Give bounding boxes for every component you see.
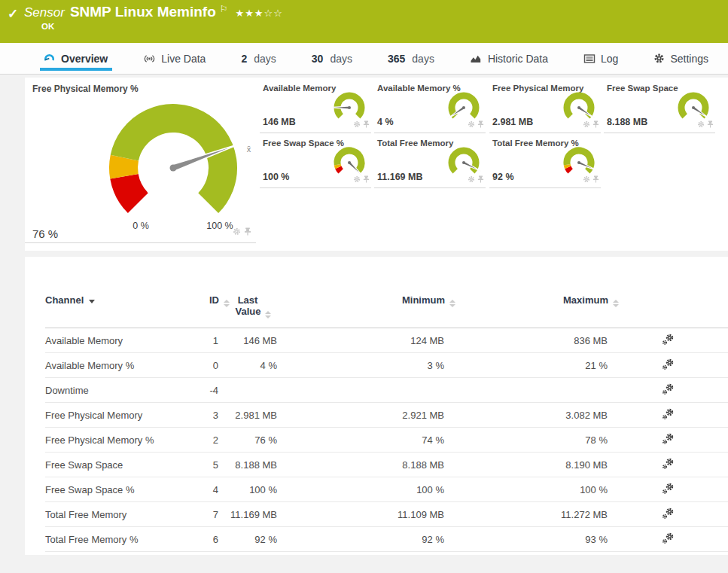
edit-channel-icon[interactable] — [662, 358, 675, 372]
gauge-settings-icon[interactable] — [353, 117, 361, 131]
channel-row[interactable]: Free Physical Memory % 2 76 % 74 % 78 % — [45, 428, 728, 453]
gauge-pin-icon[interactable] — [707, 117, 714, 131]
mini-gauge-tile[interactable]: Available Memory % 4 % — [374, 83, 486, 133]
gauge-settings-icon[interactable] — [468, 172, 475, 186]
sort-icon — [224, 300, 230, 307]
edit-channel-icon[interactable] — [662, 433, 675, 447]
edit-channel-icon[interactable] — [662, 532, 675, 546]
gauge-pin-icon[interactable] — [363, 172, 370, 186]
gauge-settings-icon[interactable] — [697, 117, 705, 131]
channel-name[interactable]: Free Swap Space — [45, 453, 173, 477]
tab-log[interactable]: Log — [583, 43, 618, 75]
channel-last-value: 100 % — [218, 477, 277, 502]
channel-row[interactable]: Available Memory 1 146 MB 124 MB 836 MB — [45, 328, 728, 353]
sort-desc-icon — [89, 300, 95, 303]
channel-row[interactable]: Free Swap Space 5 8.188 MB 8.188 MB 8.19… — [45, 453, 728, 477]
column-header-channel[interactable]: Channel — [45, 290, 173, 328]
channel-name[interactable]: Free Physical Memory % — [45, 428, 173, 453]
gauge-pin-icon[interactable] — [477, 117, 484, 131]
channel-name[interactable]: Downtime — [45, 378, 173, 403]
gauge-icon — [43, 53, 56, 64]
column-header-id[interactable]: ID — [173, 290, 218, 328]
channel-last-value: 2.981 MB — [218, 403, 277, 428]
channel-last-value: 8.188 MB — [218, 453, 277, 477]
channel-row[interactable]: Available Memory % 0 4 % 3 % 21 % — [45, 353, 728, 378]
channel-maximum: 8.190 MB — [444, 453, 608, 477]
gauge-min-label: 0 % — [124, 221, 157, 231]
column-header-last-value[interactable]: LastValue — [218, 290, 277, 328]
column-header-actions — [608, 290, 728, 328]
channel-row[interactable]: Free Swap Space % 4 100 % 100 % 100 % — [45, 477, 728, 502]
sensor-kind-label: Sensor — [24, 5, 65, 20]
channel-row[interactable]: Free Physical Memory 3 2.981 MB 2.921 MB… — [45, 403, 728, 428]
edit-channel-icon[interactable] — [662, 408, 675, 422]
edit-channel-icon[interactable] — [662, 383, 675, 397]
gauges-panel: x̄ Free Physical Memory % 0 % 100 % 76 %… — [25, 78, 728, 251]
channel-minimum: 8.188 MB — [277, 453, 444, 477]
channel-last-value — [218, 378, 277, 403]
channel-row[interactable]: Total Free Memory % 6 92 % 92 % 93 % — [45, 527, 728, 552]
channel-row[interactable]: Downtime -4 — [45, 378, 728, 403]
gauge-settings-icon[interactable] — [353, 172, 361, 186]
gauge-pin-icon[interactable] — [244, 225, 251, 239]
edit-channel-icon[interactable] — [662, 334, 675, 347]
edit-channel-icon[interactable] — [662, 483, 675, 496]
channel-id: 5 — [173, 453, 218, 477]
status-check-icon: ✓ — [8, 6, 18, 22]
gauge-settings-icon[interactable] — [468, 117, 475, 131]
edit-channel-icon[interactable] — [662, 458, 675, 471]
gauge-pin-icon[interactable] — [477, 172, 484, 186]
channel-name[interactable]: Total Free Memory % — [45, 527, 173, 552]
mini-gauge-tile[interactable]: Free Physical Memory 2.981 MB — [489, 83, 601, 133]
gauge-settings-icon[interactable] — [583, 117, 590, 131]
tab-live-data[interactable]: Live Data — [143, 43, 206, 75]
gauge-pin-icon[interactable] — [592, 172, 599, 186]
gauge-pin-icon[interactable] — [592, 117, 599, 131]
priority-stars-filled[interactable]: ★★★ — [236, 8, 264, 19]
sort-icon — [613, 300, 619, 307]
tab-30-days[interactable]: 30days — [312, 43, 352, 75]
channel-minimum: 100 % — [277, 477, 444, 502]
channel-last-value: 92 % — [218, 527, 277, 552]
channel-id: 2 — [173, 428, 218, 453]
priority-stars-empty[interactable]: ☆☆ — [264, 8, 283, 19]
channel-id: 3 — [173, 403, 218, 428]
tab-2-days[interactable]: 2days — [241, 43, 276, 75]
main-gauge-title: Free Physical Memory % — [32, 84, 139, 94]
sort-icon — [265, 311, 271, 319]
mini-gauge-tile[interactable]: Available Memory 146 MB — [260, 83, 371, 133]
tab-historic-data[interactable]: Historic Data — [470, 43, 548, 75]
channel-name[interactable]: Available Memory % — [45, 353, 173, 378]
gauge-settings-icon[interactable] — [583, 172, 590, 186]
mini-gauge-tile[interactable]: Total Free Memory % 92 % — [489, 138, 601, 188]
channel-minimum: 2.921 MB — [277, 403, 444, 428]
channel-name[interactable]: Total Free Memory — [45, 502, 173, 527]
channel-name[interactable]: Free Physical Memory — [45, 403, 173, 428]
svg-text:x̄: x̄ — [247, 145, 251, 154]
channel-maximum: 93 % — [444, 527, 608, 552]
gauge-pin-icon[interactable] — [363, 117, 370, 131]
tab-label: Log — [601, 53, 618, 65]
tab-settings[interactable]: Settings — [653, 43, 708, 75]
channel-minimum: 92 % — [277, 527, 444, 552]
tab-365-days[interactable]: 365days — [388, 43, 434, 75]
gauge-settings-icon[interactable] — [233, 225, 241, 239]
mini-gauge-tile[interactable]: Free Swap Space % 100 % — [260, 138, 371, 188]
channel-name[interactable]: Available Memory — [45, 328, 173, 353]
channel-row[interactable]: Total Free Memory 7 11.169 MB 11.109 MB … — [45, 502, 728, 527]
channel-id: 0 — [173, 353, 218, 378]
main-gauge-tile[interactable]: x̄ Free Physical Memory % 0 % 100 % 76 % — [25, 78, 256, 243]
flag-icon[interactable]: ⚐ — [220, 4, 228, 14]
channel-maximum: 836 MB — [444, 328, 608, 353]
mini-gauge-tile[interactable]: Free Swap Space 8.188 MB — [604, 83, 715, 133]
channel-name[interactable]: Free Swap Space % — [45, 477, 173, 502]
channel-last-value: 76 % — [218, 428, 277, 453]
channel-minimum: 124 MB — [277, 328, 444, 353]
mini-gauge-tile[interactable]: Total Free Memory 11.169 MB — [374, 138, 486, 188]
tab-overview[interactable]: Overview — [43, 43, 108, 75]
column-header-maximum[interactable]: Maximum — [444, 290, 608, 328]
mini-gauge-title: Free Swap Space — [607, 84, 678, 93]
status-badge: OK — [41, 22, 54, 31]
edit-channel-icon[interactable] — [662, 507, 675, 521]
column-header-minimum[interactable]: Minimum — [277, 290, 444, 328]
